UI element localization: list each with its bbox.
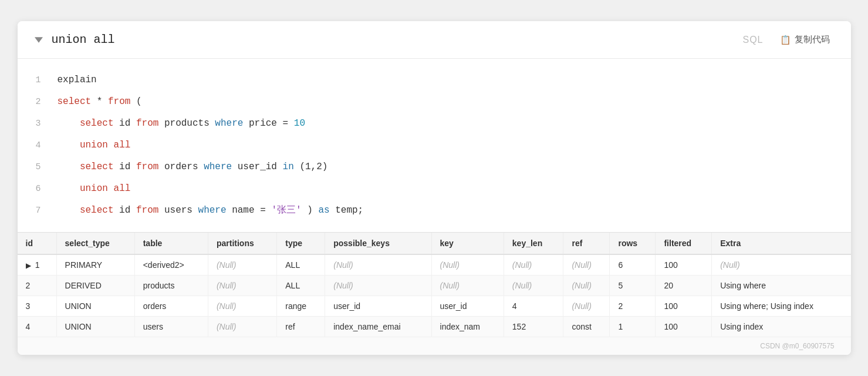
code-token: ): [302, 205, 319, 216]
table-cell: ALL: [277, 254, 325, 276]
code-token: union: [58, 140, 108, 150]
table-cell: range: [277, 296, 325, 317]
line-number: 7: [18, 200, 41, 221]
line-content: explain: [58, 69, 97, 90]
svg-marker-0: [35, 37, 43, 42]
code-token: select: [58, 118, 114, 129]
table-cell: (Null): [563, 254, 610, 276]
code-token: (1,2): [294, 162, 328, 172]
code-token: id: [114, 205, 136, 216]
table-cell: 152: [504, 317, 563, 337]
code-token: price =: [243, 118, 293, 129]
code-token: from: [136, 118, 158, 129]
table-cell: (Null): [563, 296, 610, 317]
code-token: products: [158, 118, 215, 129]
column-header: Extra: [712, 233, 851, 254]
table-cell: users: [134, 317, 208, 337]
table-cell: user_id: [431, 296, 504, 317]
code-token: select: [58, 96, 92, 107]
table-cell: index_name_emai: [325, 317, 431, 337]
table-cell: 100: [656, 296, 712, 317]
line-content: select id from orders where user_id in (…: [58, 156, 328, 177]
code-line: 2select * from (: [18, 91, 851, 113]
table-cell: 4: [504, 296, 563, 317]
line-content: select id from users where name = '张三' )…: [58, 200, 364, 221]
table-cell: ALL: [277, 276, 325, 296]
table-cell: <derived2>: [134, 254, 208, 276]
copy-button[interactable]: 📋 复制代码: [775, 32, 835, 48]
block-title: union all: [52, 33, 115, 46]
table-cell: (Null): [712, 254, 851, 276]
table-cell: 4: [18, 317, 57, 337]
code-token: as: [318, 205, 329, 216]
code-token: where: [198, 205, 227, 216]
table-cell: DERIVED: [56, 276, 134, 296]
collapse-icon[interactable]: [34, 35, 43, 45]
code-token: explain: [58, 75, 97, 85]
header-right: SQL 📋 复制代码: [742, 32, 834, 48]
column-header: possible_keys: [325, 233, 431, 254]
code-token: *: [91, 96, 108, 107]
line-number: 6: [18, 179, 41, 200]
table-cell: UNION: [56, 296, 134, 317]
main-container: union all SQL 📋 复制代码 1explain2select * f…: [18, 21, 851, 355]
table-cell: 2: [610, 296, 656, 317]
table-cell: ▶ 1: [18, 254, 57, 276]
table-cell: orders: [134, 296, 208, 317]
line-number: 2: [18, 92, 41, 113]
column-header: type: [277, 233, 325, 254]
code-token: where: [215, 118, 243, 129]
table-cell: (Null): [563, 276, 610, 296]
table-row: 2DERIVEDproducts(Null)ALL(Null)(Null)(Nu…: [18, 276, 851, 296]
watermark: CSDN @m0_60907575: [760, 342, 834, 350]
code-token: orders: [158, 162, 204, 172]
table-cell: 100: [656, 254, 712, 276]
code-line: 1explain: [18, 69, 851, 91]
footer: CSDN @m0_60907575: [18, 337, 851, 355]
column-header: ref: [563, 233, 610, 254]
code-line: 5 select id from orders where user_id in…: [18, 156, 851, 178]
table-row: ▶ 1PRIMARY<derived2>(Null)ALL(Null)(Null…: [18, 254, 851, 276]
table-cell: user_id: [325, 296, 431, 317]
code-token: users: [158, 205, 198, 216]
column-header: id: [18, 233, 57, 254]
column-header: rows: [610, 233, 656, 254]
code-block: 1explain2select * from (3 select id from…: [18, 59, 851, 233]
table-cell: const: [563, 317, 610, 337]
line-number: 1: [18, 70, 41, 91]
code-token: select: [58, 162, 114, 172]
column-header: key: [431, 233, 504, 254]
column-header: key_len: [504, 233, 563, 254]
table-cell: 100: [656, 317, 712, 337]
table-cell: Using where; Using index: [712, 296, 851, 317]
code-token: from: [136, 205, 158, 216]
table-cell: products: [134, 276, 208, 296]
table-cell: 1: [610, 317, 656, 337]
code-token: where: [204, 162, 232, 172]
table-cell: 5: [610, 276, 656, 296]
table-cell: 20: [656, 276, 712, 296]
table-cell: index_nam: [431, 317, 504, 337]
results-table: idselect_typetablepartitionstypepossible…: [18, 233, 851, 337]
code-token: '张三': [271, 205, 301, 216]
code-line: 3 select id from products where price = …: [18, 113, 851, 135]
table-cell: Using where: [712, 276, 851, 296]
column-header: select_type: [56, 233, 134, 254]
copy-icon: 📋: [780, 35, 791, 45]
line-content: select id from products where price = 10: [58, 113, 305, 134]
table-cell: 3: [18, 296, 57, 317]
code-token: all: [108, 183, 130, 194]
table-cell: (Null): [325, 254, 431, 276]
copy-label: 复制代码: [795, 34, 830, 45]
sql-label: SQL: [742, 35, 763, 45]
line-number: 4: [18, 135, 41, 156]
table-cell: ref: [277, 317, 325, 337]
column-header: partitions: [208, 233, 276, 254]
code-token: select: [58, 205, 114, 216]
table-cell: (Null): [504, 276, 563, 296]
line-content: union all: [58, 178, 131, 199]
code-line: 4 union all: [18, 135, 851, 156]
code-token: temp;: [330, 205, 364, 216]
code-token: user_id: [232, 162, 282, 172]
table-cell: (Null): [208, 254, 276, 276]
